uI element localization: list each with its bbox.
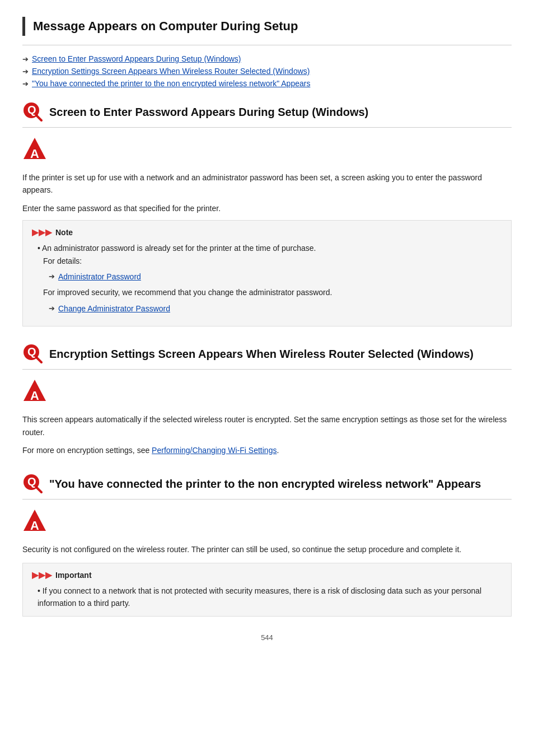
q-icon-3: Q	[22, 473, 44, 494]
arrow-icon-sub-2: ➔	[49, 303, 55, 315]
section-1-heading-block: Q Screen to Enter Password Appears Durin…	[22, 101, 512, 123]
toc-link-3[interactable]: "You have connected the printer to the n…	[32, 79, 310, 88]
note-1-label: Note	[55, 228, 73, 237]
page-header: Message Appears on Computer During Setup	[22, 17, 512, 36]
a-icon-3: A	[22, 508, 512, 535]
toc-item-1: ➔ Screen to Enter Password Appears Durin…	[22, 54, 512, 63]
page-title: Message Appears on Computer During Setup	[33, 17, 298, 36]
section-2-heading: Q Encryption Settings Screen Appears Whe…	[22, 343, 512, 365]
note-chevron-icon-1: ▶▶▶	[32, 227, 52, 237]
note-1-item: An administrator password is already set…	[32, 242, 502, 315]
svg-text:Q: Q	[27, 475, 36, 488]
section-2-para-2: For more on encryption settings, see Per…	[22, 444, 512, 456]
change-admin-password-link[interactable]: Change Administrator Password	[58, 302, 170, 315]
section-1-para-2: Enter the same password as that specifie…	[22, 202, 512, 214]
a-icon-1: A	[22, 137, 512, 164]
q-icon-1: Q	[22, 101, 44, 123]
arrow-icon-3: ➔	[22, 80, 29, 88]
important-chevron-icon: ▶▶▶	[32, 570, 52, 580]
section-1-heading: Q Screen to Enter Password Appears Durin…	[22, 101, 512, 123]
section-3-heading: Q "You have connected the printer to the…	[22, 473, 512, 494]
section-1-note: ▶▶▶ Note An administrator password is al…	[22, 220, 512, 326]
section-3-title: "You have connected the printer to the n…	[49, 478, 481, 491]
note-1-for-details: For details:	[38, 255, 502, 267]
important-label: Important	[55, 571, 92, 580]
note-1-sub-link-2-container: ➔ Change Administrator Password	[38, 302, 502, 315]
toc-item-2: ➔ Encryption Settings Screen Appears Whe…	[22, 67, 512, 76]
section-1-title: Screen to Enter Password Appears During …	[49, 106, 368, 119]
svg-line-2	[37, 116, 41, 120]
section-3-important: ▶▶▶ Important If you connect to a networ…	[22, 563, 512, 617]
section-2-title: Encryption Settings Screen Appears When …	[49, 348, 474, 361]
page-number: 544	[22, 633, 512, 642]
svg-line-12	[37, 488, 41, 492]
arrow-icon-sub-1: ➔	[49, 271, 55, 283]
section-1-divider	[22, 127, 512, 128]
arrow-icon-1: ➔	[22, 55, 29, 63]
section-non-encrypted: Q "You have connected the printer to the…	[22, 473, 512, 617]
note-1-sub-link-1-container: ➔ Administrator Password	[38, 270, 502, 283]
wifi-settings-link[interactable]: Performing/Changing Wi-Fi Settings	[152, 446, 277, 455]
important-header: ▶▶▶ Important	[32, 570, 502, 580]
svg-text:Q: Q	[27, 104, 36, 116]
administrator-password-link[interactable]: Administrator Password	[58, 270, 141, 283]
a-icon-2: A	[22, 379, 512, 405]
toc-link-2[interactable]: Encryption Settings Screen Appears When …	[32, 67, 310, 76]
section-3-heading-block: Q "You have connected the printer to the…	[22, 473, 512, 494]
toc-list: ➔ Screen to Enter Password Appears Durin…	[22, 54, 512, 88]
section-2-para-1: This screen appears automatically if the…	[22, 413, 512, 438]
header-divider	[22, 45, 512, 45]
svg-text:Q: Q	[27, 346, 36, 358]
section-3-para-1: Security is not configured on the wirele…	[22, 543, 512, 556]
note-1-header: ▶▶▶ Note	[32, 227, 502, 237]
q-icon-2: Q	[22, 343, 44, 365]
section-encryption-settings: Q Encryption Settings Screen Appears Whe…	[22, 343, 512, 456]
section-2-heading-block: Q Encryption Settings Screen Appears Whe…	[22, 343, 512, 365]
note-1-improved-security: For improved security, we recommend that…	[38, 286, 502, 298]
svg-text:A: A	[30, 147, 39, 161]
arrow-icon-2: ➔	[22, 67, 29, 76]
note-1-text: An administrator password is already set…	[42, 244, 316, 253]
toc-item-3: ➔ "You have connected the printer to the…	[22, 79, 512, 88]
important-item-1: If you connect to a network that is not …	[32, 585, 502, 610]
section-3-divider	[22, 499, 512, 500]
header-bar	[22, 17, 25, 36]
svg-text:A: A	[30, 519, 39, 533]
section-2-divider	[22, 369, 512, 370]
svg-text:A: A	[30, 389, 39, 403]
svg-line-7	[37, 358, 41, 362]
section-password-setup: Q Screen to Enter Password Appears Durin…	[22, 101, 512, 326]
section-1-para-1: If the printer is set up for use with a …	[22, 171, 512, 197]
toc-link-1[interactable]: Screen to Enter Password Appears During …	[32, 54, 241, 63]
